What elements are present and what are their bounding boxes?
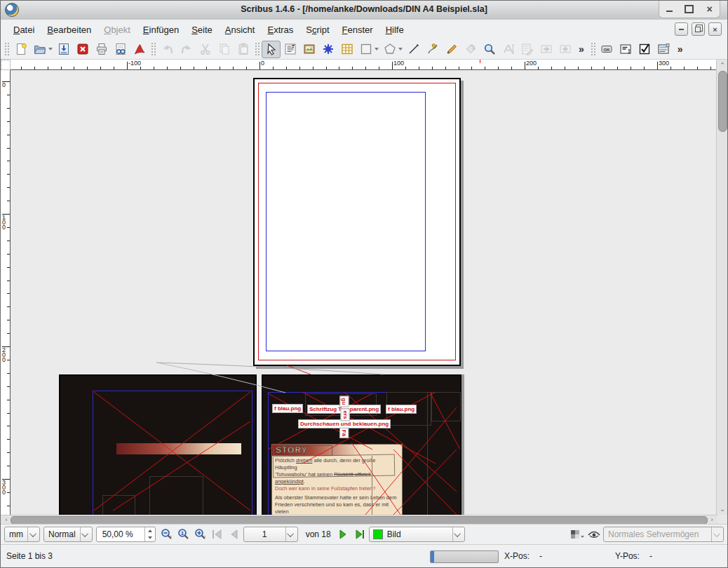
paste-button: [234, 41, 252, 58]
vision-mode-select: Normales Sehvermögen: [603, 527, 724, 542]
insert-image-frame-button[interactable]: [299, 41, 318, 58]
scroll-up-arrow[interactable]: ⌃: [717, 61, 728, 69]
toolbar-handle[interactable]: [591, 42, 595, 56]
cut-button: [196, 41, 215, 58]
export-pdf-button[interactable]: [130, 41, 149, 58]
menu-extras[interactable]: Extras: [262, 22, 299, 38]
edit-contents-button: [499, 41, 518, 58]
menu-bearbeiten[interactable]: Bearbeiten: [41, 22, 97, 38]
document-canvas[interactable]: STORY Plötzlich drehen alle durch, denn …: [11, 70, 717, 515]
toolbar-handle[interactable]: [255, 42, 259, 56]
mdi-minimize-button[interactable]: [675, 22, 688, 36]
page-2-left[interactable]: [59, 374, 257, 515]
unit-dropdown-arrow: [27, 527, 39, 541]
page-number-select[interactable]: 1: [243, 527, 298, 542]
gradient-bar[interactable]: [116, 443, 241, 454]
zoom-default-icon[interactable]: 1: [176, 527, 191, 542]
export-pdf-icon: [133, 42, 147, 56]
menu-script[interactable]: Script: [300, 22, 335, 38]
pdf-checkbox-button[interactable]: [635, 41, 654, 58]
scroll-right-arrow[interactable]: ›: [708, 515, 716, 524]
h-ruler-label: 300: [659, 60, 669, 67]
maximize-button[interactable]: [683, 4, 696, 15]
insert-polygon-button[interactable]: [380, 41, 399, 58]
h-ruler-label: -100: [128, 60, 141, 67]
menu-fenster[interactable]: Fenster: [337, 22, 379, 38]
h-ruler-label: 200: [526, 60, 537, 67]
main-toolbar: »OK»: [1, 39, 727, 60]
print-document-icon: [95, 42, 109, 56]
cut-icon: [198, 42, 213, 56]
mdi-close-button[interactable]: ×: [708, 22, 722, 36]
select-item-button[interactable]: [262, 41, 281, 58]
close-document-button[interactable]: [73, 41, 92, 58]
menu-datei[interactable]: Datei: [8, 22, 40, 38]
new-document-button[interactable]: [11, 41, 30, 58]
toolbar-overflow-button[interactable]: »: [673, 43, 687, 55]
close-button[interactable]: ×: [703, 4, 716, 15]
status-bar: Seite 1 bis 3 X-Pos:- Y-Pos:-: [1, 544, 727, 568]
first-page-icon: [210, 527, 225, 542]
vertical-scroll-thumb[interactable]: [718, 71, 727, 132]
next-page-icon[interactable]: [335, 527, 351, 542]
unit-select[interactable]: mm: [4, 527, 40, 542]
insert-freehand-line-button[interactable]: [442, 41, 461, 58]
zoom-spin-up[interactable]: [145, 527, 155, 534]
toolbar-overflow-button[interactable]: »: [574, 43, 588, 55]
pdf-push-button-button[interactable]: OK: [598, 41, 616, 58]
menu-seite[interactable]: Seite: [186, 22, 218, 38]
scroll-left-arrow[interactable]: ‹: [2, 515, 11, 524]
zoom-in-icon[interactable]: [193, 527, 208, 542]
quality-value: Normal: [44, 529, 80, 539]
toolbar-handle[interactable]: [4, 42, 9, 56]
scroll-down-arrow[interactable]: ⌄: [717, 505, 728, 513]
minimize-button[interactable]: [663, 4, 675, 15]
insert-table-button[interactable]: [337, 41, 356, 58]
zoom-level-spinbox[interactable]: 50,00 %: [96, 527, 156, 542]
unlink-text-frames-button: [555, 41, 574, 58]
mdi-restore-button[interactable]: [692, 22, 705, 36]
pdf-combo-box-button[interactable]: [654, 41, 673, 58]
menu-hilfe[interactable]: Hilfe: [380, 22, 410, 38]
zoom-out-icon[interactable]: [159, 527, 175, 542]
page-2-right[interactable]: STORY Plötzlich drehen alle durch, denn …: [262, 374, 461, 515]
window-title: Scribus 1.4.6 - [/home/anke/Downloads/DI…: [1, 4, 727, 14]
insert-bezier-curve-button[interactable]: [423, 41, 442, 58]
zoom-spin-down[interactable]: [145, 534, 155, 541]
vertical-ruler[interactable]: 01 0 02 0 03 0 0: [1, 70, 11, 515]
open-document-button[interactable]: [30, 41, 49, 58]
page-number-value: 1: [258, 529, 271, 539]
horizontal-scrollbar[interactable]: ‹ ›: [1, 515, 717, 524]
preflight-verifier-button[interactable]: [111, 41, 130, 58]
page-1[interactable]: [253, 78, 461, 366]
insert-text-frame-button[interactable]: [281, 41, 299, 58]
image-quality-select[interactable]: Normal: [43, 527, 93, 542]
story-text-frame[interactable]: STORY Plötzlich drehen alle durch, denn …: [271, 444, 403, 515]
toolbar-handle[interactable]: [151, 42, 156, 56]
menu-ansicht[interactable]: Ansicht: [220, 22, 261, 38]
print-document-button[interactable]: [92, 41, 111, 58]
insert-render-frame-button[interactable]: [318, 41, 337, 58]
preview-mode-eye-icon[interactable]: [586, 527, 602, 542]
last-page-icon[interactable]: [352, 527, 368, 542]
pdf-combo-box-icon: [656, 42, 670, 56]
window-controls: ×: [659, 1, 720, 18]
menu-einfügen[interactable]: Einfügen: [137, 22, 184, 38]
preview-quality-icon[interactable]: [569, 527, 585, 542]
page-1-text-frame[interactable]: [266, 92, 426, 351]
unit-value: mm: [5, 529, 27, 539]
insert-line-icon: [407, 42, 421, 56]
save-document-button[interactable]: [54, 41, 73, 58]
layer-select[interactable]: Bild: [369, 527, 465, 542]
ruler-origin-box[interactable]: [1, 60, 11, 70]
insert-shape-button[interactable]: [356, 41, 375, 58]
horizontal-ruler[interactable]: -1000100200300: [11, 60, 717, 70]
vertical-scrollbar[interactable]: ⌃ ⌄: [716, 60, 727, 515]
rotated-filename-label-fragment: ers: [341, 408, 350, 421]
zoom-tool-button[interactable]: [480, 41, 499, 58]
insert-line-button[interactable]: [404, 41, 423, 58]
pdf-text-field-button[interactable]: [616, 41, 635, 58]
quality-dropdown-arrow: [80, 527, 92, 541]
right-faint-frame-3: [431, 392, 461, 421]
progress-bar: [430, 550, 499, 563]
